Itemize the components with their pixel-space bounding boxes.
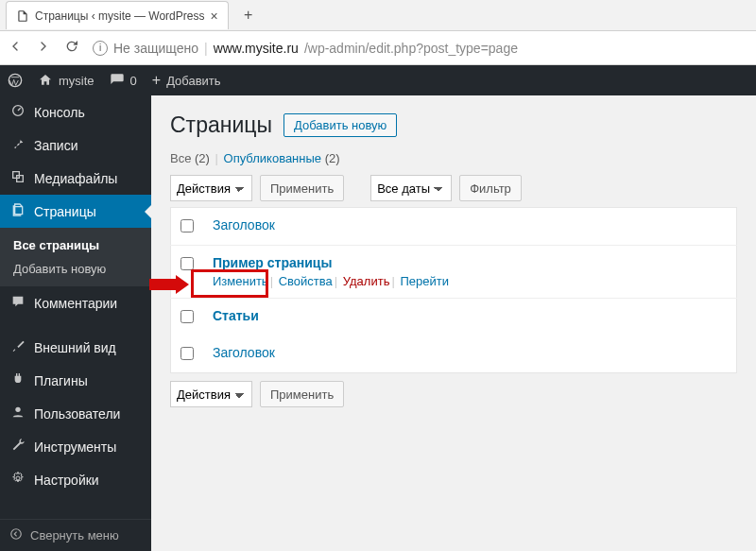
table-row: Статьи [171, 299, 737, 336]
svg-point-5 [11, 529, 22, 540]
favicon-page-icon [16, 9, 29, 23]
sidebar-item-appearance[interactable]: Внешний вид [0, 331, 151, 364]
bulk-actions-select-bottom[interactable]: Действия [170, 381, 252, 407]
browser-address-bar: i Не защищено | www.mysite.ru/wp-admin/e… [0, 31, 756, 65]
sidebar-label: Внешний вид [34, 340, 116, 355]
pages-icon [9, 202, 26, 220]
page-title: Страницы [170, 112, 272, 138]
info-icon: i [93, 41, 108, 56]
wrench-icon [9, 438, 26, 456]
sidebar-label: Комментарии [34, 296, 117, 311]
add-new-label: Добавить [166, 74, 220, 88]
collapse-menu[interactable]: Свернуть меню [0, 519, 151, 551]
sidebar-label: Плагины [34, 373, 88, 388]
collapse-icon [9, 527, 23, 543]
tab-title: Страницы ‹ mysite — WordPress [35, 9, 204, 23]
status-filters: Все (2) | Опубликованные (2) [170, 151, 737, 165]
row-checkbox[interactable] [180, 257, 194, 270]
sidebar-label: Страницы [34, 204, 96, 219]
col-title-footer[interactable]: Заголовок [213, 345, 275, 360]
media-icon [9, 169, 26, 187]
site-name: mysite [59, 74, 94, 88]
row-checkbox[interactable] [180, 310, 194, 323]
reload-icon[interactable] [64, 39, 79, 57]
filter-published[interactable]: Опубликованные [224, 151, 322, 165]
row-actions: Изменить| Свойства| Удалить| Перейти [213, 274, 727, 288]
wp-logo[interactable] [8, 73, 23, 88]
admin-sidebar: Консоль Записи Медиафайлы Страницы Все с… [0, 95, 151, 551]
bulk-actions-select[interactable]: Действия [170, 175, 252, 201]
sidebar-submenu-pages: Все страницы Добавить новую [0, 228, 151, 286]
add-new-page-button[interactable]: Добавить новую [284, 113, 397, 137]
svg-point-4 [16, 476, 20, 480]
sidebar-label: Пользователи [34, 406, 120, 422]
sidebar-item-posts[interactable]: Записи [0, 129, 151, 162]
row-title-link[interactable]: Пример страницы [213, 255, 332, 270]
sidebar-label: Записи [34, 138, 77, 153]
col-title-header[interactable]: Заголовок [213, 217, 275, 232]
sidebar-label: Консоль [34, 105, 85, 120]
sidebar-item-settings[interactable]: Настройки [0, 463, 151, 496]
comment-icon [9, 294, 26, 312]
content-area: Страницы Добавить новую Все (2) | Опубли… [151, 95, 756, 551]
back-icon[interactable] [8, 39, 23, 57]
brush-icon [9, 338, 26, 356]
apply-button-top[interactable]: Применить [260, 175, 344, 201]
comments-link[interactable]: 0 [110, 73, 137, 88]
submenu-all-pages[interactable]: Все страницы [0, 233, 151, 257]
url-host: www.mysite.ru [214, 41, 299, 56]
trash-link[interactable]: Удалить [343, 274, 390, 288]
tablenav-top: Действия Применить Все даты Фильтр [170, 175, 737, 201]
select-all-top[interactable] [180, 219, 194, 232]
pin-icon [9, 136, 26, 154]
collapse-label: Свернуть меню [30, 528, 119, 542]
filter-all-count: (2) [195, 151, 210, 165]
tablenav-bottom: Действия Применить [170, 381, 737, 407]
new-tab-button[interactable]: + [236, 3, 261, 27]
forward-icon[interactable] [36, 39, 51, 57]
sidebar-item-dashboard[interactable]: Консоль [0, 95, 151, 129]
comments-count: 0 [130, 74, 137, 88]
url-path: /wp-admin/edit.php?post_type=page [304, 41, 518, 56]
user-icon [9, 405, 26, 422]
quick-edit-link[interactable]: Свойства [279, 274, 333, 288]
sidebar-item-plugins[interactable]: Плагины [0, 364, 151, 397]
filter-all-label[interactable]: Все [170, 151, 191, 165]
table-row: Пример страницы Изменить| Свойства| Удал… [171, 246, 737, 299]
sidebar-item-tools[interactable]: Инструменты [0, 430, 151, 463]
apply-button-bottom[interactable]: Применить [260, 381, 344, 407]
settings-icon [9, 471, 26, 489]
sidebar-item-users[interactable]: Пользователи [0, 397, 151, 430]
sidebar-item-media[interactable]: Медиафайлы [0, 162, 151, 195]
dashboard-icon [9, 103, 26, 121]
add-new-link[interactable]: + Добавить [152, 72, 221, 89]
date-filter-select[interactable]: Все даты [370, 175, 452, 201]
filter-button[interactable]: Фильтр [459, 175, 522, 201]
sidebar-label: Настройки [34, 473, 99, 488]
svg-point-3 [15, 407, 20, 412]
filter-published-count: (2) [325, 151, 340, 165]
browser-tab-strip: Страницы ‹ mysite — WordPress × + [0, 0, 756, 31]
edit-link[interactable]: Изменить [213, 274, 268, 288]
sidebar-label: Медиафайлы [34, 171, 117, 186]
sidebar-item-pages[interactable]: Страницы [0, 195, 151, 228]
select-all-bottom[interactable] [180, 347, 194, 360]
row-title-link[interactable]: Статьи [213, 308, 259, 323]
sidebar-label: Инструменты [34, 439, 116, 455]
sidebar-item-comments[interactable]: Комментарии [0, 286, 151, 319]
view-link[interactable]: Перейти [400, 274, 449, 288]
close-tab-icon[interactable]: × [210, 9, 217, 24]
submenu-add-page[interactable]: Добавить новую [0, 257, 151, 281]
not-secure-label: Не защищено [113, 41, 198, 56]
pages-table: Заголовок Пример страницы Изменить| Свой… [170, 207, 737, 373]
url-field[interactable]: i Не защищено | www.mysite.ru/wp-admin/e… [93, 41, 748, 56]
plug-icon [9, 371, 26, 389]
wp-admin-bar: mysite 0 + Добавить [0, 65, 756, 95]
site-link[interactable]: mysite [38, 73, 94, 88]
browser-tab[interactable]: Страницы ‹ mysite — WordPress × [6, 1, 229, 29]
